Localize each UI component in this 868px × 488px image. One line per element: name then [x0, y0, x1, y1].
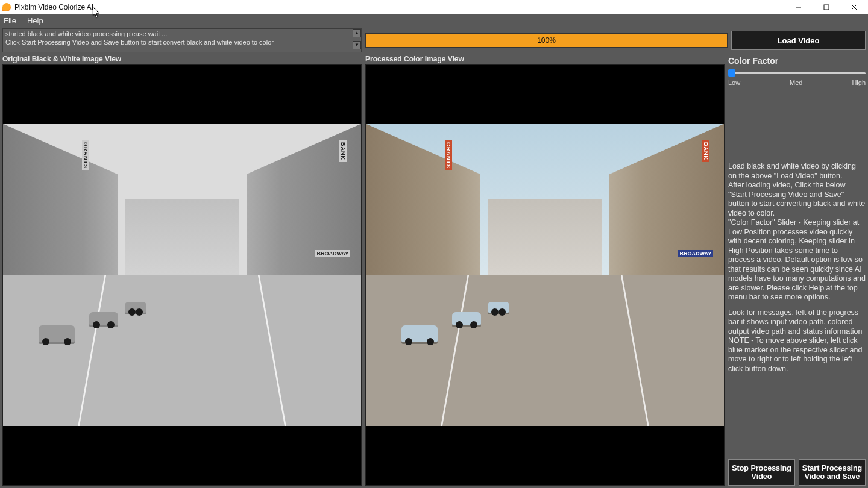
window-maximize-button[interactable]: [813, 0, 840, 14]
log-scroll-down-button[interactable]: ▼: [353, 41, 361, 49]
menu-file[interactable]: File: [2, 15, 22, 27]
original-image-viewport: GRANTS BANK BROADWAY: [2, 64, 362, 486]
start-processing-button[interactable]: Start Processing Video and Save: [799, 459, 866, 486]
scene-sign: BANK: [339, 140, 347, 162]
slider-label-low: Low: [728, 79, 740, 86]
stop-processing-button[interactable]: Stop Processing Video: [728, 459, 795, 486]
original-view-label: Original Black & White Image View: [2, 54, 362, 64]
color-factor-slider[interactable]: [728, 69, 866, 77]
window-title: Pixbim Video Colorize AI: [14, 3, 93, 11]
cursor-icon: [93, 7, 100, 18]
color-factor-heading: Color Factor: [728, 56, 866, 66]
slider-label-med: Med: [790, 79, 802, 86]
load-video-button[interactable]: Load Video: [731, 31, 866, 50]
processed-view-label: Processed Color Image View: [365, 54, 725, 64]
log-scroll-up-button[interactable]: ▲: [353, 29, 361, 37]
scene-sign: BROADWAY: [315, 250, 351, 257]
window-titlebar: Pixbim Video Colorize AI: [0, 0, 868, 14]
scene-sign: BANK: [702, 140, 709, 162]
log-line: Click Start Processing Video and Save bu…: [5, 38, 351, 46]
scene-sign: BROADWAY: [678, 250, 714, 257]
scene-sign: GRANTS: [82, 140, 89, 170]
menu-bar: File Help: [0, 14, 868, 27]
log-line: started black and white video processing…: [5, 30, 351, 38]
app-logo-icon: [2, 3, 11, 11]
log-box: started black and white video processing…: [2, 28, 362, 52]
progress-bar: 100%: [365, 33, 728, 48]
help-text: Load black and white video by clicking o…: [728, 162, 866, 459]
slider-thumb-icon[interactable]: [728, 69, 735, 77]
svg-rect-1: [824, 5, 829, 10]
menu-help[interactable]: Help: [26, 15, 49, 27]
scene-sign: GRANTS: [445, 140, 452, 170]
processed-image-viewport: GRANTS BANK BROADWAY: [365, 64, 725, 486]
window-close-button[interactable]: [840, 0, 868, 14]
progress-text: 100%: [537, 36, 556, 45]
window-minimize-button[interactable]: [785, 0, 813, 14]
slider-label-high: High: [852, 79, 866, 86]
